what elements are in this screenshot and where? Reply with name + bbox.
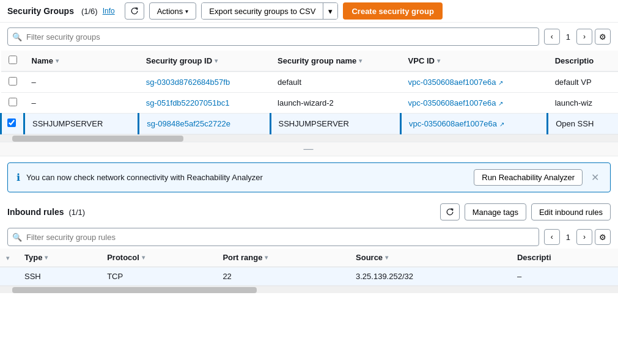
actions-chevron-icon: ▾ [185,8,188,15]
reachability-banner: ℹ You can now check network connectivity… [7,162,611,192]
col-sg-name: Security group name ▾ [270,51,401,71]
row-sg-name: SSHJUMPSERVER [270,114,401,134]
col-filter-toggle: ▾ [0,249,18,267]
inbound-row-type: SSH [18,267,101,286]
row-checkbox-cell[interactable] [1,71,24,93]
row-name: SSHJUMPSERVER [24,114,139,134]
count-badge: (1/6) [81,7,98,16]
select-all-checkbox[interactable] [9,56,17,64]
row-description: Open SSH [548,114,618,134]
inbound-page-number: 1 [562,233,574,242]
sg-id-link[interactable]: sg-0303d8762684b57fb [146,78,230,87]
page-title: Security Groups [7,6,74,16]
search-area: 🔍 ‹ 1 › ⚙ [0,23,618,51]
banner-text: You can now check network connectivity w… [26,173,468,182]
inbound-search-icon: 🔍 [12,233,22,242]
search-wrap: 🔍 [7,27,539,46]
col-description: Descriptio [548,51,618,71]
col-type: Type ▾ [18,249,101,267]
export-main-button[interactable]: Export security groups to CSV [202,3,323,19]
vpc-id-link[interactable]: vpc-0350608aef1007e6a ↗ [409,119,504,128]
inbound-row-source: 3.25.139.252/32 [350,267,511,286]
inbound-scrollbar[interactable] [0,286,618,293]
col-inbound-description: Descripti [511,249,618,267]
inbound-scrollbar-thumb[interactable] [12,287,257,293]
source-sort-icon[interactable]: ▾ [385,254,388,261]
banner-close-button[interactable]: ✕ [589,172,601,183]
sg-id-link[interactable]: sg-051fdb52207051bc1 [146,98,230,107]
edit-inbound-rules-button[interactable]: Edit inbound rules [531,203,611,220]
inbound-search-input[interactable] [7,228,539,246]
prev-page-button[interactable]: ‹ [544,29,560,45]
external-link-icon: ↗ [499,121,504,128]
inbound-rules-toolbar: Inbound rules (1/1) Manage tags Edit inb… [0,198,618,225]
inbound-pagination-area: ‹ 1 › ⚙ [544,229,611,245]
col-vpc-id: VPC ID ▾ [401,51,548,71]
row-sg-name: launch-wizard-2 [270,93,401,114]
row-sg-name: default [270,71,401,93]
security-groups-toolbar: Security Groups (1/6) Info Actions ▾ Exp… [0,0,618,23]
sg-id-link[interactable]: sg-09848e5af25c2722e [147,119,230,128]
inbound-rules-table: ▾ Type ▾ Protocol ▾ [0,249,618,286]
row-vpc-id: vpc-0350608aef1007e6a ↗ [401,114,548,134]
row-sg-id: sg-0303d8762684b57fb [139,71,270,93]
pagination-area: ‹ 1 › ⚙ [544,29,611,45]
next-page-button[interactable]: › [576,29,592,45]
inbound-rules-title: Inbound rules (1/1) [7,207,435,217]
inbound-row-protocol: TCP [101,267,216,286]
inbound-refresh-button[interactable] [440,203,460,220]
protocol-sort-icon[interactable]: ▾ [142,254,145,261]
table-row[interactable]: SSHJUMPSERVER sg-09848e5af25c2722e SSHJU… [1,114,619,134]
inbound-next-page-button[interactable]: › [576,229,592,245]
external-link-icon: ↗ [498,79,503,86]
run-reachability-button[interactable]: Run Reachability Analyzer [474,169,583,186]
inbound-rule-row[interactable]: SSH TCP 22 3.25.139.252/32 – [0,267,618,286]
row-sg-id: sg-09848e5af25c2722e [139,114,270,134]
vpc-id-link[interactable]: vpc-0350608aef1007e6a ↗ [408,78,503,87]
col-port-range: Port range ▾ [216,249,350,267]
row-checkbox-cell[interactable] [1,93,24,114]
row-checkbox[interactable] [9,98,17,106]
row-vpc-id: vpc-0350608aef1007e6a ↗ [401,93,548,114]
inbound-row-description: – [511,267,618,286]
row-name: – [24,93,139,114]
actions-button[interactable]: Actions ▾ [149,2,197,20]
inbound-table-wrap: ▾ Type ▾ Protocol ▾ [0,249,618,286]
scrollbar-thumb[interactable] [12,136,183,142]
port-sort-icon[interactable]: ▾ [265,254,268,261]
table-row[interactable]: – sg-0303d8762684b57fb default vpc-03506… [1,71,619,93]
vpc-id-link[interactable]: vpc-0350608aef1007e6a ↗ [408,98,503,107]
security-groups-table-wrap: Name ▾ Security group ID ▾ Security grou… [0,51,618,134]
export-arrow-button[interactable]: ▾ [323,3,337,19]
info-link[interactable]: Info [103,7,115,15]
type-sort-icon[interactable]: ▾ [45,254,48,261]
table-row[interactable]: – sg-051fdb52207051bc1 launch-wizard-2 v… [1,93,619,114]
table-scrollbar[interactable] [0,134,618,142]
info-circle-icon: ℹ [17,172,20,183]
col-source: Source ▾ [350,249,511,267]
sgname-sort-icon[interactable]: ▾ [359,57,362,64]
refresh-button[interactable] [125,2,144,20]
panel-divider[interactable]: — [0,142,618,156]
search-icon: 🔍 [12,32,22,42]
name-sort-icon[interactable]: ▾ [56,57,59,64]
vpc-sort-icon[interactable]: ▾ [437,57,440,64]
inbound-settings-button[interactable]: ⚙ [595,229,611,245]
security-groups-table: Name ▾ Security group ID ▾ Security grou… [0,51,618,134]
manage-tags-button[interactable]: Manage tags [465,203,526,220]
search-input[interactable] [7,27,539,46]
inbound-row-port: 22 [216,267,350,286]
drag-handle-icon: — [304,144,315,155]
create-security-group-button[interactable]: Create security group [343,2,442,20]
row-description: default VP [548,71,618,93]
export-button-group: Export security groups to CSV ▾ [201,2,338,20]
row-checkbox[interactable] [9,77,17,86]
row-description: launch-wiz [548,93,618,114]
row-checkbox[interactable] [7,118,16,127]
inbound-prev-page-button[interactable]: ‹ [544,229,560,245]
inbound-row-indicator [0,267,18,286]
sgid-sort-icon[interactable]: ▾ [215,57,218,64]
column-settings-button[interactable]: ⚙ [595,29,611,45]
row-checkbox-cell[interactable] [1,114,24,134]
row-vpc-id: vpc-0350608aef1007e6a ↗ [401,71,548,93]
